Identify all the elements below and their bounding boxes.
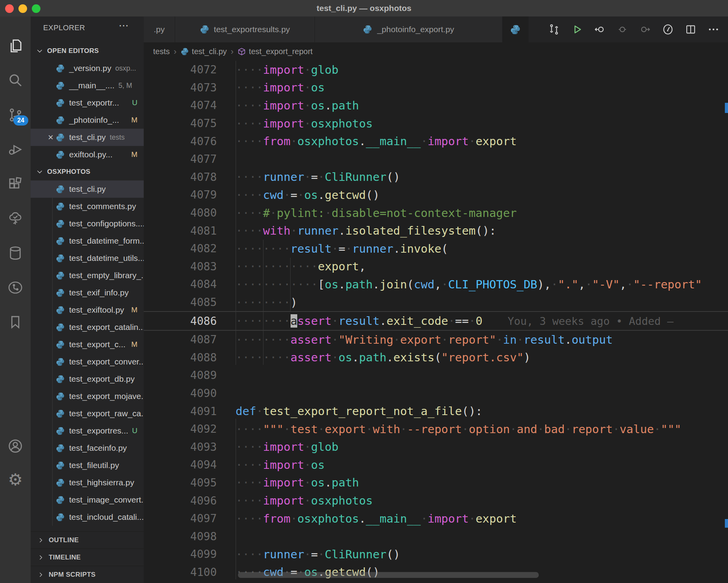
code-line[interactable]: 4085········) xyxy=(144,293,728,312)
code-line[interactable]: 4074····import·os.path xyxy=(144,97,728,115)
code-line[interactable]: 4076····from·osxphotos.__main__·import·e… xyxy=(144,132,728,150)
code-line[interactable]: 4078····runner·=·CliRunner() xyxy=(144,168,728,186)
line-number[interactable]: 4095 xyxy=(144,476,217,489)
horizontal-scrollbar[interactable] xyxy=(238,572,539,578)
line-number[interactable]: 4085 xyxy=(144,296,217,309)
open-editor-item[interactable]: _photoinfo_...M xyxy=(31,111,144,129)
line-number[interactable]: 4093 xyxy=(144,441,217,454)
open-editor-item[interactable]: _version.pyosxp... xyxy=(31,60,144,77)
line-number[interactable]: 4083 xyxy=(144,260,217,273)
file-tree-item[interactable]: test_exportres...U xyxy=(31,422,144,439)
file-tree-item[interactable]: test_highsierra.py xyxy=(31,474,144,491)
sidebar-section-npm-scripts[interactable]: NPM SCRIPTS xyxy=(31,566,144,583)
open-editor-item[interactable]: ×test_cli.pytests xyxy=(31,129,144,146)
line-number[interactable]: 4079 xyxy=(144,188,217,201)
file-tree-item[interactable]: test_fileutil.py xyxy=(31,457,144,474)
explorer-view-icon[interactable] xyxy=(0,31,31,61)
code-line[interactable]: 4081····with·runner.isolated_filesystem(… xyxy=(144,222,728,240)
file-tree-item[interactable]: test_incloud_catali... xyxy=(31,508,144,526)
file-tree-item[interactable]: test_exiftool.pyM xyxy=(31,301,144,319)
code-line[interactable]: 4091def·test_export_report_not_a_file(): xyxy=(144,402,728,420)
line-number[interactable]: 4077 xyxy=(144,153,217,166)
forward-circle-icon[interactable] xyxy=(634,16,657,42)
tab-_photoinfo_export.py[interactable]: _photoinfo_export.py xyxy=(315,16,503,42)
line-number[interactable]: 4089 xyxy=(144,369,217,382)
code-line[interactable]: 4088········assert·os.path.exists("repor… xyxy=(144,349,728,367)
file-tree-item[interactable]: test_cli.py xyxy=(31,180,144,198)
file-tree-item[interactable]: test_comments.py xyxy=(31,198,144,215)
file-tree-item[interactable]: test_export_mojave... xyxy=(31,388,144,405)
file-tree-item[interactable]: test_export_c...M xyxy=(31,336,144,353)
search-icon[interactable] xyxy=(0,65,31,96)
line-number[interactable]: 4076 xyxy=(144,135,217,148)
code-line[interactable]: 4080····#·pylint:·disable=not-context-ma… xyxy=(144,204,728,222)
code-line[interactable]: 4087········assert·"Writing·export·repor… xyxy=(144,331,728,349)
line-number[interactable]: 4094 xyxy=(144,458,217,471)
sidebar-section-timeline[interactable]: TIMELINE xyxy=(31,548,144,566)
sidebar-section-outline[interactable]: OUTLINE xyxy=(31,531,144,549)
line-number[interactable]: 4088 xyxy=(144,351,217,364)
line-number[interactable]: 4090 xyxy=(144,387,217,400)
tab-active-stub[interactable] xyxy=(503,16,529,42)
git-graph-icon[interactable] xyxy=(0,272,31,303)
gauge-icon[interactable] xyxy=(657,16,679,42)
tab-test_exportresults.py[interactable]: test_exportresults.py xyxy=(175,16,315,42)
tab-.py[interactable]: .py xyxy=(144,16,175,42)
circle-icon[interactable] xyxy=(611,16,634,42)
line-number[interactable]: 4081 xyxy=(144,224,217,237)
code-line[interactable]: 4089 xyxy=(144,366,728,384)
file-tree-item[interactable]: test_export_conver... xyxy=(31,353,144,370)
line-number[interactable]: 4074 xyxy=(144,99,217,112)
database-icon[interactable] xyxy=(0,238,31,268)
line-number[interactable]: 4087 xyxy=(144,333,217,346)
open-editor-item[interactable]: test_exportr...U xyxy=(31,94,144,111)
file-tree-item[interactable]: test_exif_info.py xyxy=(31,284,144,301)
code-line[interactable]: 4075····import·osxphotos xyxy=(144,115,728,133)
close-icon[interactable]: × xyxy=(48,133,56,142)
code-line[interactable]: 4082········result·=·runner.invoke( xyxy=(144,240,728,258)
back-circle-icon[interactable] xyxy=(588,16,611,42)
code-line[interactable]: 4083············export, xyxy=(144,258,728,276)
open-editors-header[interactable]: OPEN EDITORS xyxy=(31,42,144,60)
project-section-header[interactable]: OSXPHOTOS xyxy=(31,163,144,180)
account-icon[interactable] xyxy=(0,431,31,461)
file-tree-item[interactable]: test_export_catalin... xyxy=(31,319,144,336)
file-tree-item[interactable]: test_datetime_utils.... xyxy=(31,250,144,267)
line-number[interactable]: 4075 xyxy=(144,117,217,130)
bookmarks-icon[interactable] xyxy=(0,307,31,337)
split-editor-icon[interactable] xyxy=(679,16,702,42)
open-editor-item[interactable]: __main__....5, M xyxy=(31,77,144,94)
code-line[interactable]: 4073····import·os xyxy=(144,79,728,97)
code-line[interactable]: 4099····runner·=·CliRunner() xyxy=(144,545,728,563)
code-line[interactable]: 4093····import·glob xyxy=(144,438,728,456)
line-number[interactable]: 4091 xyxy=(144,405,217,418)
file-tree-item[interactable]: test_faceinfo.py xyxy=(31,439,144,457)
line-number[interactable]: 4082 xyxy=(144,242,217,255)
code-line[interactable]: 4079····cwd·=·os.getcwd() xyxy=(144,186,728,204)
code-editor[interactable]: 4072····import·glob4073····import·os4074… xyxy=(144,61,728,583)
more-actions-icon[interactable] xyxy=(702,16,725,42)
line-number[interactable]: 4096 xyxy=(144,494,217,507)
open-editor-item[interactable]: exiftool.py...M xyxy=(31,146,144,163)
breadcrumb-item[interactable]: test_cli.py xyxy=(192,47,227,56)
code-line[interactable]: 4090 xyxy=(144,384,728,403)
file-tree-item[interactable]: test_export_raw_ca... xyxy=(31,405,144,422)
code-line[interactable]: 4098 xyxy=(144,527,728,545)
code-line[interactable]: 4084············[os.path.join(cwd,·CLI_P… xyxy=(144,275,728,293)
file-tree-item[interactable]: test_configoptions.... xyxy=(31,215,144,232)
code-line[interactable]: 4096····import·osxphotos xyxy=(144,492,728,510)
source-control-icon[interactable]: 24 xyxy=(0,100,31,130)
file-tree-item[interactable]: test_datetime_form... xyxy=(31,232,144,250)
extensions-icon[interactable] xyxy=(0,169,31,199)
code-line[interactable]: 4092····"""·test·export·with·--report·op… xyxy=(144,420,728,438)
line-number[interactable]: 4073 xyxy=(144,81,217,94)
file-tree-item[interactable]: test_export_db.py xyxy=(31,370,144,388)
line-number[interactable]: 4099 xyxy=(144,548,217,561)
views-more-actions-icon[interactable]: ⋯ xyxy=(119,20,130,32)
code-line[interactable]: 4086········assert·result.exit_code·==·0… xyxy=(144,311,728,331)
line-number[interactable]: 4100 xyxy=(144,566,217,579)
todo-tree-icon[interactable] xyxy=(0,203,31,234)
line-number[interactable]: 4084 xyxy=(144,278,217,291)
line-number[interactable]: 4080 xyxy=(144,206,217,219)
line-number[interactable]: 4092 xyxy=(144,423,217,435)
